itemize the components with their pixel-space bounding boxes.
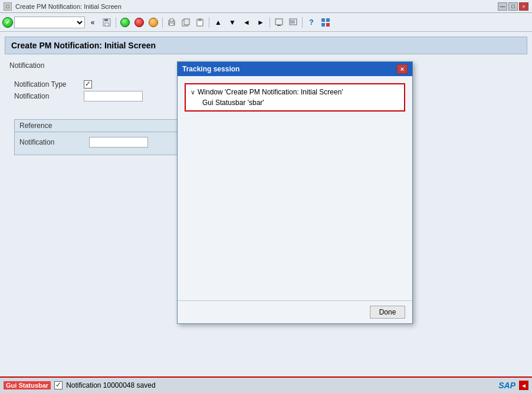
dialog-tree-child-label: Gui Statusbar 'sbar' (202, 99, 264, 107)
status-bar: Gui Statusbar Notification 10000048 save… (0, 376, 532, 393)
svg-rect-5 (169, 23, 174, 25)
svg-rect-10 (275, 19, 283, 25)
dialog-tree-container: ∨ Window 'Create PM Notification: Initia… (185, 83, 405, 112)
done-button[interactable]: Done (370, 306, 405, 319)
dialog-close-button[interactable]: × (397, 64, 408, 74)
command-dropdown[interactable] (14, 17, 85, 28)
back-button[interactable]: « (86, 16, 99, 29)
toolbar: « ▲ ▼ ◄ ► ? (0, 13, 532, 32)
title-bar: □ Create PM Notification: Initial Screen… (0, 0, 532, 13)
svg-rect-11 (277, 25, 281, 26)
minimize-button[interactable]: — (498, 2, 507, 11)
title-bar-controls: — □ × (498, 2, 528, 11)
main-area: Create PM Notification: Initial Screen N… (0, 32, 532, 376)
save-button[interactable] (100, 16, 113, 29)
undo-button[interactable] (119, 16, 132, 29)
dialog-overlay: Tracking session × ∨ Window 'Create PM N… (0, 32, 532, 376)
up-button[interactable]: ▲ (212, 16, 225, 29)
screen1-button[interactable] (272, 16, 285, 29)
title-bar-text: Create PM Notification: Initial Screen (15, 3, 121, 10)
dialog-tree-parent-row: ∨ Window 'Create PM Notification: Initia… (191, 88, 399, 96)
paste-button[interactable] (193, 16, 206, 29)
svg-rect-14 (321, 18, 325, 22)
screen2-button[interactable] (287, 16, 300, 29)
svg-rect-2 (105, 23, 109, 26)
dialog-footer: Done (178, 300, 412, 323)
close-button[interactable]: × (519, 2, 528, 11)
down-button[interactable]: ▼ (226, 16, 239, 29)
svg-rect-13 (290, 20, 295, 24)
status-checkbox-icon (54, 381, 63, 389)
svg-rect-16 (321, 23, 325, 27)
svg-rect-9 (199, 19, 201, 21)
dialog-body: ∨ Window 'Create PM Notification: Initia… (178, 76, 412, 300)
tree-collapse-icon[interactable]: ∨ (191, 89, 195, 96)
tracking-session-dialog: Tracking session × ∨ Window 'Create PM N… (177, 61, 413, 324)
dialog-title: Tracking session (182, 65, 397, 73)
svg-rect-17 (326, 23, 330, 27)
redo-button[interactable] (133, 16, 146, 29)
svg-rect-15 (326, 18, 330, 22)
copy-button[interactable] (179, 16, 192, 29)
dialog-tree-parent-label: Window 'Create PM Notification: Initial … (198, 88, 343, 96)
status-bar-section-label: Gui Statusbar (4, 381, 51, 389)
print-button[interactable] (165, 16, 178, 29)
settings-button[interactable] (319, 16, 332, 29)
svg-rect-7 (184, 19, 189, 25)
status-bar-end-icon: ◄ (519, 381, 528, 390)
maximize-button[interactable]: □ (508, 2, 518, 11)
status-indicator (2, 17, 13, 28)
left-button[interactable]: ◄ (240, 16, 253, 29)
right-button[interactable]: ► (254, 16, 267, 29)
status-message: Notification 10000048 saved (66, 381, 495, 389)
sap-logo: SAP (498, 381, 515, 390)
orange-button[interactable] (147, 16, 160, 29)
app-icon: □ (4, 2, 12, 11)
dialog-tree-child-row: Gui Statusbar 'sbar' (191, 99, 399, 107)
svg-rect-1 (104, 19, 108, 21)
dialog-titlebar: Tracking session × (178, 62, 412, 76)
svg-rect-4 (170, 19, 173, 21)
help-button[interactable]: ? (305, 16, 318, 29)
